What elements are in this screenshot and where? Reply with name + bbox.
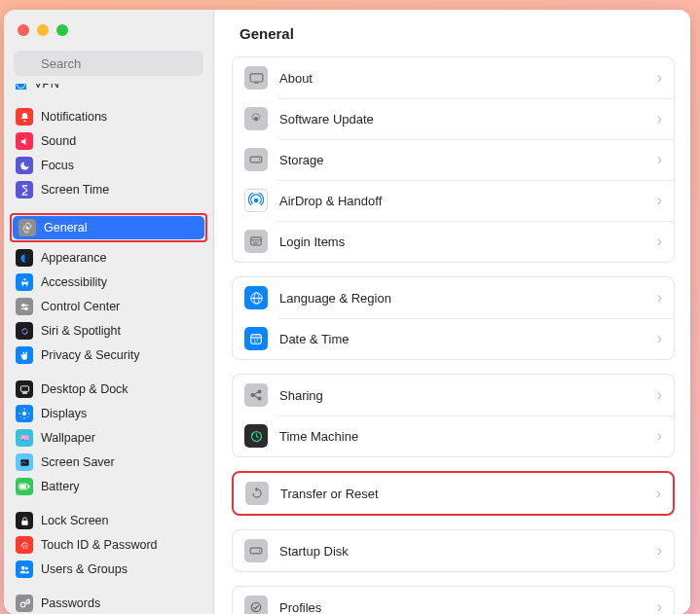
main-content: About›Software Update›Storage›AirDrop & … (214, 56, 690, 614)
row-label: Time Machine (279, 429, 645, 444)
chevron-right-icon: › (657, 542, 662, 560)
speaker-icon (16, 132, 33, 150)
svg-rect-14 (21, 392, 27, 393)
svg-rect-28 (28, 486, 29, 488)
gear2-icon (244, 107, 268, 130)
sidebar-item-label: Accessibility (41, 275, 107, 289)
chevron-right-icon: › (657, 110, 662, 127)
sidebar-item-screen-saver[interactable]: Screen Saver (10, 451, 207, 474)
search-container (4, 51, 213, 84)
sidebar-item-appearance[interactable]: Appearance (10, 246, 207, 270)
row-about[interactable]: About› (233, 57, 674, 98)
row-transfer-or-reset[interactable]: Transfer or Reset› (234, 473, 673, 514)
finger-icon (16, 536, 33, 554)
airdrop-icon (244, 189, 268, 212)
sidebar-item-lock-screen[interactable]: Lock Screen (10, 509, 207, 532)
main-panel: General About›Software Update›Storage›Ai… (214, 10, 690, 614)
row-label: Login Items (279, 235, 645, 249)
appear-icon (16, 249, 33, 267)
sidebar-item-label: Passwords (41, 596, 100, 610)
row-label: Profiles (279, 600, 645, 615)
chevron-right-icon: › (657, 330, 662, 347)
chevron-right-icon: › (657, 233, 662, 250)
sidebar-item-screen-time[interactable]: Screen Time (10, 178, 207, 201)
settings-group: About›Software Update›Storage›AirDrop & … (232, 56, 675, 263)
gear-icon (18, 219, 36, 236)
svg-line-54 (254, 396, 259, 398)
sidebar-item-wallpaper[interactable]: Wallpaper (10, 426, 207, 450)
row-airdrop-handoff[interactable]: AirDrop & Handoff› (233, 180, 674, 221)
sidebar-item-focus[interactable]: Focus (10, 154, 207, 177)
sidebar-item-label: Desktop & Dock (41, 382, 129, 396)
sidebar-item-label: Notifications (41, 110, 107, 124)
svg-point-15 (22, 412, 26, 415)
row-sharing[interactable]: Sharing› (233, 375, 674, 415)
svg-point-10 (19, 326, 30, 337)
minimize-window-button[interactable] (37, 24, 49, 36)
row-label: Startup Disk (279, 544, 645, 559)
sidebar-list: VPNNotificationsSoundFocusScreen TimeGen… (4, 84, 213, 614)
disk-icon (244, 148, 268, 171)
svg-point-9 (24, 307, 26, 309)
row-storage[interactable]: Storage› (233, 139, 674, 180)
reset-icon (245, 482, 269, 505)
sidebar-item-notifications[interactable]: Notifications (10, 105, 207, 128)
svg-point-2 (17, 84, 24, 88)
sidebar-item-passwords[interactable]: Passwords (10, 592, 207, 614)
tm-icon (244, 424, 268, 448)
sidebar-item-sound[interactable]: Sound (10, 129, 207, 153)
system-settings-window: VPNNotificationsSoundFocusScreen TimeGen… (4, 10, 690, 614)
settings-group: Sharing›Time Machine› (232, 374, 675, 457)
sidebar-item-displays[interactable]: Displays (10, 402, 207, 425)
chevron-right-icon: › (657, 386, 662, 404)
sun-icon (16, 405, 33, 422)
highlight-general: General (10, 213, 207, 242)
zoom-window-button[interactable] (56, 24, 68, 36)
sidebar-item-label: Screen Time (41, 183, 109, 197)
row-profiles[interactable]: Profiles› (233, 587, 674, 614)
row-login-items[interactable]: Login Items› (233, 221, 674, 262)
row-language-region[interactable]: Language & Region› (233, 277, 674, 318)
sidebar-item-control-center[interactable]: Control Center (10, 295, 207, 318)
ssaver-icon (16, 453, 33, 471)
settings-group: Transfer or Reset› (234, 473, 673, 514)
chevron-right-icon: › (657, 151, 662, 168)
sidebar-item-label: VPN (34, 84, 59, 90)
settings-group: Startup Disk› (232, 529, 675, 572)
lock-icon (16, 512, 33, 529)
settings-group: Language & Region›17Date & Time› (232, 276, 675, 360)
sidebar-item-privacy-security[interactable]: Privacy & Security (10, 343, 207, 367)
row-time-machine[interactable]: Time Machine› (233, 415, 674, 456)
sidebar-item-label: Siri & Spotlight (41, 324, 121, 338)
search-input[interactable] (14, 51, 203, 76)
chevron-right-icon: › (657, 427, 662, 445)
svg-point-38 (259, 159, 261, 161)
sidebar-item-battery[interactable]: Battery (10, 475, 207, 498)
users-icon (16, 560, 33, 578)
sidebar-item-desktop-dock[interactable]: Desktop & Dock (10, 378, 207, 401)
svg-rect-29 (19, 485, 25, 488)
sidebar-item-label: Touch ID & Password (41, 538, 158, 552)
sidebar-item-users-groups[interactable]: Users & Groups (10, 558, 207, 581)
sidebar-item-accessibility[interactable]: Accessibility (10, 271, 207, 294)
sidebar-item-general[interactable]: General (13, 216, 204, 239)
chevron-right-icon: › (656, 485, 661, 502)
svg-rect-13 (20, 385, 28, 391)
sidebar: VPNNotificationsSoundFocusScreen TimeGen… (4, 10, 214, 614)
sidebar-item-touch-id-password[interactable]: Touch ID & Password (10, 533, 207, 557)
sidebar-item-siri-spotlight[interactable]: Siri & Spotlight (10, 319, 207, 343)
row-label: Language & Region (279, 291, 645, 306)
row-startup-disk[interactable]: Startup Disk› (233, 530, 674, 571)
sidebar-item-vpn[interactable]: VPN (10, 84, 207, 95)
svg-point-33 (20, 602, 25, 607)
prof-icon (244, 596, 268, 614)
row-software-update[interactable]: Software Update› (233, 98, 674, 139)
row-date-time[interactable]: 17Date & Time› (233, 318, 674, 359)
sidebar-item-label: Screen Saver (41, 455, 115, 469)
sdisk-icon (244, 539, 268, 562)
batt-icon (16, 478, 33, 495)
svg-line-53 (254, 392, 259, 394)
close-window-button[interactable] (18, 24, 29, 36)
bell-icon (16, 108, 33, 126)
svg-point-25 (22, 436, 24, 438)
